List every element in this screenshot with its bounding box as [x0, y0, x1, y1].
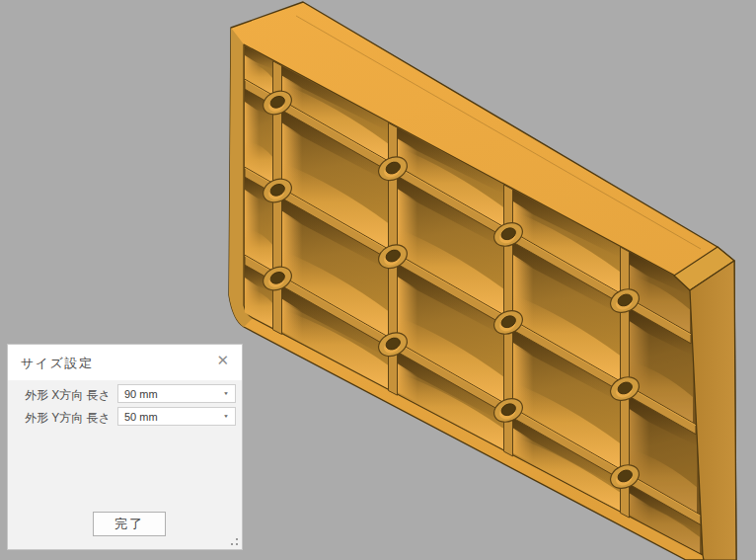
dialog-title: サイズ設定 [21, 355, 93, 372]
app-canvas: { "viewport": { "model": "ribbed-rectang… [0, 0, 756, 560]
y-length-value: 50 mm [118, 408, 235, 423]
x-length-value: 90 mm [118, 385, 235, 400]
dialog-titlebar[interactable]: サイズ設定 ✕ [8, 345, 242, 380]
field-row-x: 外形 X方向 長さ 90 mm ▼ [8, 384, 242, 404]
y-length-combobox[interactable]: 50 mm ▼ [117, 407, 236, 426]
resize-grip[interactable] [227, 534, 239, 546]
field-row-y: 外形 Y方向 長さ 50 mm ▼ [8, 407, 242, 427]
field-label-x: 外形 X方向 長さ [25, 387, 111, 404]
field-label-y: 外形 Y方向 長さ [25, 410, 111, 427]
x-length-combobox[interactable]: 90 mm ▼ [117, 384, 236, 403]
close-icon[interactable]: ✕ [216, 353, 229, 367]
done-button[interactable]: 完了 [93, 512, 166, 536]
size-settings-dialog: サイズ設定 ✕ 外形 X方向 長さ 90 mm ▼ 外形 Y方向 長さ 50 m… [7, 344, 243, 550]
